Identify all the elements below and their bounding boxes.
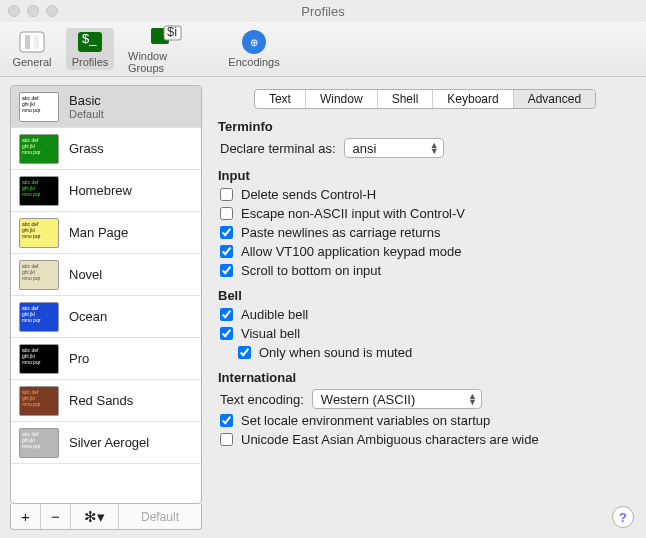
eastasian-checkbox[interactable] (220, 433, 233, 446)
tab-advanced[interactable]: Advanced (514, 90, 595, 108)
terminal-thumbnail-icon: abc defghi jklmno pqr (19, 428, 59, 458)
settings-panel: TextWindowShellKeyboardAdvanced Terminfo… (202, 77, 646, 538)
tab-keyboard[interactable]: Keyboard (433, 90, 513, 108)
titlebar: Profiles (0, 0, 646, 22)
audible-bell-checkbox[interactable] (220, 308, 233, 321)
switch-icon (16, 30, 48, 54)
section-international: International (218, 370, 632, 385)
sidebar-footer: + − ✻▾ Default (10, 504, 202, 530)
chevron-updown-icon: ▲▼ (430, 142, 439, 154)
only-muted-checkbox[interactable] (238, 346, 251, 359)
profile-man-page[interactable]: abc defghi jklmno pqrMan Page (11, 212, 201, 254)
input-option-checkbox[interactable] (220, 245, 233, 258)
help-button[interactable]: ? (612, 506, 634, 528)
terminal-thumbnail-icon: abc defghi jklmno pqr (19, 302, 59, 332)
input-option-checkbox[interactable] (220, 207, 233, 220)
profile-grass[interactable]: abc defghi jklmno pqrGrass (11, 128, 201, 170)
globe-icon: ⊕ (238, 30, 270, 54)
profiles-sidebar: abc defghi jklmno pqrBasicDefaultabc def… (10, 85, 202, 530)
tab-shell[interactable]: Shell (378, 90, 434, 108)
profile-ocean[interactable]: abc defghi jklmno pqrOcean (11, 296, 201, 338)
terminal-thumbnail-icon: abc defghi jklmno pqr (19, 386, 59, 416)
terminal-thumbnail-icon: abc defghi jklmno pqr (19, 218, 59, 248)
profile-name: Grass (69, 141, 104, 156)
select-value: ansi (353, 141, 377, 156)
checkbox-label: Paste newlines as carriage returns (241, 225, 440, 240)
add-button[interactable]: + (11, 504, 41, 529)
checkbox-label: Delete sends Control-H (241, 187, 376, 202)
terminal-icon: $_ (74, 30, 106, 54)
profile-novel[interactable]: abc defghi jklmno pqrNovel (11, 254, 201, 296)
profile-name: Homebrew (69, 183, 132, 198)
text-encoding-select[interactable]: Western (ASCII) ▲▼ (312, 389, 482, 409)
input-option-checkbox[interactable] (220, 188, 233, 201)
input-option-checkbox[interactable] (220, 226, 233, 239)
gear-menu[interactable]: ✻▾ (71, 504, 119, 529)
default-button[interactable]: Default (119, 504, 201, 529)
profile-name: Pro (69, 351, 89, 366)
profile-subtitle: Default (69, 108, 104, 120)
profiles-list[interactable]: abc defghi jklmno pqrBasicDefaultabc def… (10, 85, 202, 504)
toolbar: General $_ Profiles $i Window Groups ⊕ E… (0, 22, 646, 77)
profile-basic[interactable]: abc defghi jklmno pqrBasicDefault (11, 86, 201, 128)
profile-red-sands[interactable]: abc defghi jklmno pqrRed Sands (11, 380, 201, 422)
visual-bell-checkbox[interactable] (220, 327, 233, 340)
profile-pro[interactable]: abc defghi jklmno pqrPro (11, 338, 201, 380)
toolbar-profiles[interactable]: $_ Profiles (66, 28, 114, 70)
declare-terminal-select[interactable]: ansi ▲▼ (344, 138, 444, 158)
svg-rect-2 (34, 35, 39, 49)
tab-window[interactable]: Window (306, 90, 378, 108)
svg-rect-1 (25, 35, 30, 49)
profile-name: Man Page (69, 225, 128, 240)
terminal-thumbnail-icon: abc defghi jklmno pqr (19, 176, 59, 206)
checkbox-label: Allow VT100 application keypad mode (241, 244, 461, 259)
text-encoding-label: Text encoding: (220, 392, 304, 407)
profile-name: Ocean (69, 309, 107, 324)
terminal-thumbnail-icon: abc defghi jklmno pqr (19, 92, 59, 122)
profile-name: Basic (69, 93, 104, 108)
tab-text[interactable]: Text (255, 90, 306, 108)
remove-button[interactable]: − (41, 504, 71, 529)
declare-terminal-label: Declare terminal as: (220, 141, 336, 156)
svg-text:$i: $i (167, 25, 177, 39)
windows-icon: $i (150, 24, 182, 48)
profile-silver-aerogel[interactable]: abc defghi jklmno pqrSilver Aerogel (11, 422, 201, 464)
toolbar-window-groups[interactable]: $i Window Groups (124, 22, 208, 76)
locale-checkbox[interactable] (220, 414, 233, 427)
chevron-updown-icon: ▲▼ (468, 393, 477, 405)
checkbox-label: Unicode East Asian Ambiguous characters … (241, 432, 539, 447)
toolbar-general[interactable]: General (8, 28, 56, 70)
checkbox-label: Visual bell (241, 326, 300, 341)
profile-name: Red Sands (69, 393, 133, 408)
checkbox-label: Audible bell (241, 307, 308, 322)
select-value: Western (ASCII) (321, 392, 415, 407)
input-option-checkbox[interactable] (220, 264, 233, 277)
settings-tabs: TextWindowShellKeyboardAdvanced (254, 89, 596, 109)
profile-homebrew[interactable]: abc defghi jklmno pqrHomebrew (11, 170, 201, 212)
terminal-thumbnail-icon: abc defghi jklmno pqr (19, 344, 59, 374)
toolbar-label: Window Groups (128, 50, 204, 74)
section-input: Input (218, 168, 632, 183)
toolbar-label: General (12, 56, 51, 68)
svg-rect-0 (20, 32, 44, 52)
profile-name: Novel (69, 267, 102, 282)
toolbar-label: Profiles (72, 56, 109, 68)
checkbox-label: Escape non-ASCII input with Control-V (241, 206, 465, 221)
section-terminfo: Terminfo (218, 119, 632, 134)
terminal-thumbnail-icon: abc defghi jklmno pqr (19, 260, 59, 290)
svg-text:$_: $_ (82, 31, 97, 46)
checkbox-label: Set locale environment variables on star… (241, 413, 490, 428)
toolbar-encodings[interactable]: ⊕ Encodings (230, 28, 278, 70)
terminal-thumbnail-icon: abc defghi jklmno pqr (19, 134, 59, 164)
profile-name: Silver Aerogel (69, 435, 149, 450)
section-bell: Bell (218, 288, 632, 303)
checkbox-label: Only when sound is muted (259, 345, 412, 360)
toolbar-label: Encodings (228, 56, 279, 68)
window-title: Profiles (0, 4, 646, 19)
checkbox-label: Scroll to bottom on input (241, 263, 381, 278)
